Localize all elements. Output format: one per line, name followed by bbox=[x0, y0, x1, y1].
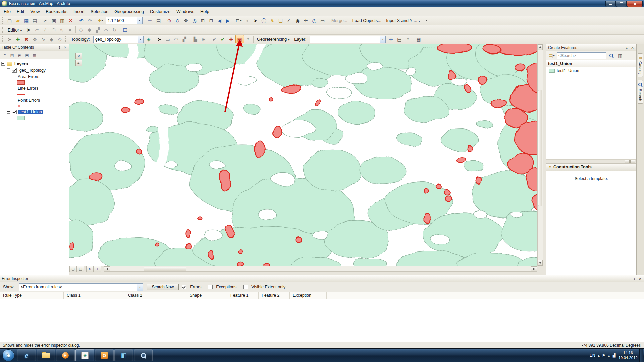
straight-segment-button[interactable]: ∕ bbox=[41, 26, 49, 34]
image-analysis-button[interactable]: ▦ bbox=[414, 35, 423, 43]
zoom-out-button[interactable]: ⊖ bbox=[173, 16, 182, 25]
taskbar-office-tool[interactable]: ◧ bbox=[114, 349, 133, 361]
map-horizontal-scrollbar[interactable] bbox=[104, 266, 537, 272]
add-control-points-button[interactable]: ✛ bbox=[387, 35, 395, 43]
taskbar-windows-explorer[interactable] bbox=[37, 349, 55, 361]
splitter-collapse-icon[interactable] bbox=[625, 160, 630, 163]
toolbar-drag-handle[interactable] bbox=[65, 36, 67, 42]
scroll-down-icon[interactable] bbox=[538, 260, 543, 266]
topology-toolbar-overflow[interactable]: ▾ bbox=[244, 35, 252, 43]
save-button[interactable]: ▦ bbox=[22, 16, 31, 25]
attributes-button[interactable]: ▤ bbox=[121, 26, 129, 34]
align-edge-button[interactable]: ▞ bbox=[180, 35, 189, 43]
editor-menu-button[interactable]: Editor▾ bbox=[5, 27, 24, 33]
create-features-close-icon[interactable]: ✕ bbox=[630, 46, 635, 50]
trace-tool-button[interactable]: ∿ bbox=[58, 26, 66, 34]
reshape-edge-button[interactable]: ◠ bbox=[172, 35, 180, 43]
select-topology-button[interactable]: ◈ bbox=[145, 35, 153, 43]
checkbox-box[interactable] bbox=[208, 285, 213, 289]
error-inspector-pin-icon[interactable]: ↧ bbox=[632, 277, 637, 281]
endpoint-arc-button[interactable]: ◠ bbox=[49, 26, 58, 34]
restore-button[interactable] bbox=[616, 1, 627, 7]
tray-hidden-icons[interactable]: ▴ bbox=[598, 353, 600, 358]
map-scale-combo[interactable]: 1:12 500▼ bbox=[106, 17, 143, 24]
error-table-column-header[interactable]: Exception bbox=[290, 292, 327, 299]
visible-extent-checkbox[interactable]: Visible Extent only bbox=[243, 285, 285, 289]
dock-tab-catalog[interactable]: ▤ Catalog bbox=[638, 53, 643, 77]
toolbar-drag-handle[interactable] bbox=[2, 27, 4, 33]
geo-topology-checkbox[interactable] bbox=[12, 68, 17, 73]
sketch-vertices-button[interactable]: ◇ bbox=[56, 35, 64, 43]
topology-edit-tool-button[interactable]: ➤ bbox=[155, 35, 164, 43]
taskbar-internet-explorer[interactable]: e bbox=[17, 349, 36, 361]
horizontal-scroll-thumb[interactable] bbox=[144, 267, 186, 271]
move-vertex-button[interactable]: ✥ bbox=[31, 35, 39, 43]
open-document-button[interactable]: ▰ bbox=[14, 16, 22, 25]
cut-polygons-button[interactable]: ▞ bbox=[94, 26, 102, 34]
menu-item[interactable]: View bbox=[27, 8, 43, 15]
split-tool-button[interactable]: ✂ bbox=[102, 26, 110, 34]
continue-sketch-button[interactable]: ∿ bbox=[39, 35, 47, 43]
view-link-table-button[interactable]: ▤ bbox=[395, 35, 404, 43]
georeferencing-toolbar-overflow[interactable]: ▾ bbox=[404, 35, 412, 43]
list-by-drawing-order-button[interactable]: ≡ bbox=[1, 51, 8, 59]
error-table-column-header[interactable]: Feature 1 bbox=[227, 292, 259, 299]
fix-error-tool-button[interactable]: ✚ bbox=[227, 35, 235, 43]
error-table-column-header[interactable]: Feature 2 bbox=[259, 292, 290, 299]
error-table-column-header[interactable]: Class 2 bbox=[125, 292, 186, 299]
reshape-feature-button[interactable]: ◆ bbox=[85, 26, 94, 34]
panel-divider[interactable] bbox=[543, 44, 546, 275]
taskbar-media-player[interactable]: ▶ bbox=[56, 349, 75, 361]
toc-pin-icon[interactable]: ↧ bbox=[57, 46, 62, 49]
copy-button[interactable]: ▣ bbox=[50, 16, 58, 25]
area-errors-swatch[interactable] bbox=[17, 80, 25, 85]
show-desktop-button[interactable] bbox=[639, 349, 643, 362]
paste-button[interactable]: ▥ bbox=[58, 16, 66, 25]
chevron-down-icon[interactable]: ▼ bbox=[137, 284, 143, 291]
menu-item[interactable]: Geoprocessing bbox=[111, 8, 147, 15]
point-tool-button[interactable]: ● bbox=[66, 26, 74, 34]
fixed-zoom-out-button[interactable]: ⊟ bbox=[207, 16, 215, 25]
go-to-xy-button[interactable]: ✛ bbox=[302, 16, 310, 25]
menu-item[interactable]: File bbox=[1, 8, 14, 15]
viewer-window-button[interactable]: ▭ bbox=[318, 16, 327, 25]
template-search-button[interactable] bbox=[607, 52, 616, 60]
menu-item[interactable]: Customize bbox=[147, 8, 173, 15]
template-group-header[interactable]: test1_Union bbox=[546, 60, 636, 67]
chevron-down-icon[interactable]: ▼ bbox=[380, 36, 385, 43]
map-canvas[interactable]: ✕✏ bbox=[69, 44, 537, 266]
taskbar-arcmap[interactable]: ◈ bbox=[75, 349, 94, 361]
toc-line-errors-label[interactable]: Line Errors bbox=[17, 86, 39, 91]
error-filter-combo[interactable]: <Errors from all rules> ▼ bbox=[19, 283, 143, 291]
select-elements-button[interactable]: ➤ bbox=[251, 16, 260, 25]
topology-combo[interactable]: geo_Topology▼ bbox=[93, 36, 144, 43]
measure-button[interactable]: ∠ bbox=[285, 16, 293, 25]
add-vertex-button[interactable]: ✚ bbox=[14, 35, 22, 43]
language-indicator[interactable]: EN bbox=[590, 353, 595, 358]
exceptions-checkbox[interactable]: Exceptions bbox=[208, 285, 236, 289]
toc-node-layers[interactable]: Layers bbox=[1, 61, 69, 67]
toc-geo-topology-label[interactable]: geo_Topology bbox=[18, 68, 47, 73]
clear-selection-button[interactable]: ▫ bbox=[243, 16, 251, 25]
menu-item[interactable]: Help bbox=[197, 8, 212, 15]
point-errors-swatch[interactable] bbox=[18, 105, 20, 107]
collapse-icon[interactable] bbox=[7, 110, 10, 114]
planarize-lines-button[interactable]: ⊞ bbox=[200, 35, 208, 43]
checkbox-box[interactable] bbox=[182, 285, 186, 289]
start-button[interactable]: ⊞ bbox=[2, 349, 14, 361]
zoom-in-button[interactable]: ⊕ bbox=[165, 16, 173, 25]
error-inspector-button[interactable]: ▦ bbox=[235, 35, 244, 43]
minimize-button[interactable] bbox=[605, 1, 616, 7]
splitter-expand-icon[interactable] bbox=[630, 160, 635, 163]
clock[interactable]: 14:16 19.04.2012 bbox=[618, 350, 638, 360]
search-now-button[interactable]: Search Now bbox=[147, 284, 179, 290]
list-by-source-button[interactable]: ▤ bbox=[8, 51, 16, 59]
map-marker-edit-button[interactable]: ✏ bbox=[75, 60, 82, 66]
toc-node-geo-topology[interactable]: geo_Topology bbox=[1, 67, 69, 73]
modify-vertex-button[interactable]: ➤ bbox=[5, 35, 14, 43]
edit-vertices-button[interactable]: ◇ bbox=[77, 26, 85, 34]
create-features-pin-icon[interactable]: ↧ bbox=[625, 46, 629, 50]
sketch-properties-button[interactable]: ≡ bbox=[129, 26, 138, 34]
validate-topology-extent-button[interactable]: ✔ bbox=[210, 35, 219, 43]
toc-area-errors-label[interactable]: Area Errors bbox=[17, 74, 40, 79]
